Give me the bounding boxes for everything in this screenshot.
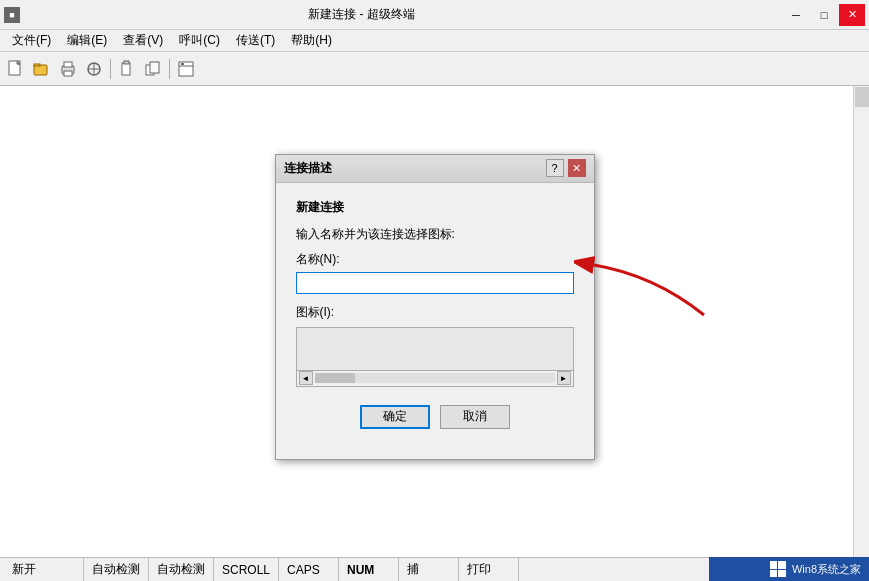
dialog-title: 连接描述 — [284, 160, 332, 177]
status-capture: 捕 — [399, 558, 459, 581]
scrollbar-thumb — [855, 87, 869, 107]
status-bar: 新开 自动检测 自动检测 SCROLL CAPS NUM 捕 打印 Win8系统… — [0, 557, 869, 581]
status-scroll: SCROLL — [214, 558, 279, 581]
name-input[interactable] — [296, 272, 574, 294]
status-print: 打印 — [459, 558, 519, 581]
icon-label: 图标(I): — [296, 304, 574, 321]
toolbar-settings[interactable] — [174, 57, 198, 81]
status-auto-detect-1: 自动检测 — [84, 558, 149, 581]
dialog-body: 新建连接 输入名称并为该连接选择图标: 名称(N): 图标(I): ◄ ► — [276, 183, 594, 459]
win8-logo — [770, 561, 786, 577]
toolbar-connect[interactable] — [82, 57, 106, 81]
dialog-footer: 确定 取消 — [296, 397, 574, 443]
svg-rect-14 — [150, 62, 159, 73]
main-scrollbar[interactable] — [853, 86, 869, 557]
menu-transfer[interactable]: 传送(T) — [228, 30, 283, 51]
icon-list-content — [297, 328, 573, 370]
maximize-button[interactable]: □ — [811, 4, 837, 26]
svg-rect-11 — [122, 63, 130, 75]
title-bar: ■ 新建连接 - 超级终端 ─ □ ✕ — [0, 0, 869, 30]
status-caps: CAPS — [279, 558, 339, 581]
svg-rect-12 — [124, 61, 129, 64]
dialog-close-button[interactable]: ✕ — [568, 159, 586, 177]
menu-call[interactable]: 呼叫(C) — [171, 30, 228, 51]
main-area: 连接描述 ? ✕ 新建连接 输入名称并为该连接选择图标: 名称(N): 图标(I… — [0, 86, 869, 557]
minimize-button[interactable]: ─ — [783, 4, 809, 26]
toolbar-new[interactable] — [4, 57, 28, 81]
icon-list: ◄ ► — [296, 327, 574, 387]
dialog-overlay: 连接描述 ? ✕ 新建连接 输入名称并为该连接选择图标: 名称(N): 图标(I… — [0, 86, 869, 557]
close-button[interactable]: ✕ — [839, 4, 865, 26]
svg-rect-17 — [181, 63, 184, 65]
scroll-thumb — [315, 373, 355, 383]
name-label: 名称(N): — [296, 251, 574, 268]
svg-rect-7 — [64, 71, 72, 76]
scroll-track — [315, 373, 555, 383]
toolbar-open[interactable] — [30, 57, 54, 81]
dialog-title-bar: 连接描述 ? ✕ — [276, 155, 594, 183]
window-title: 新建连接 - 超级终端 — [20, 6, 703, 23]
ok-button[interactable]: 确定 — [360, 405, 430, 429]
menu-view[interactable]: 查看(V) — [115, 30, 171, 51]
menu-edit[interactable]: 编辑(E) — [59, 30, 115, 51]
toolbar-print[interactable] — [56, 57, 80, 81]
win8-branding: Win8系统之家 — [709, 557, 869, 581]
svg-rect-6 — [64, 62, 72, 67]
menu-file[interactable]: 文件(F) — [4, 30, 59, 51]
menu-help[interactable]: 帮助(H) — [283, 30, 340, 51]
toolbar-copy[interactable] — [141, 57, 165, 81]
cancel-button[interactable]: 取消 — [440, 405, 510, 429]
status-auto-detect-2: 自动检测 — [149, 558, 214, 581]
dialog-title-buttons: ? ✕ — [546, 159, 586, 177]
title-bar-left: ■ — [4, 7, 20, 23]
scroll-right-arrow[interactable]: ► — [557, 371, 571, 385]
window-controls: ─ □ ✕ — [783, 4, 865, 26]
svg-rect-4 — [34, 64, 40, 66]
status-open: 新开 — [4, 558, 84, 581]
connection-dialog: 连接描述 ? ✕ 新建连接 输入名称并为该连接选择图标: 名称(N): 图标(I… — [275, 154, 595, 460]
arrow-annotation — [574, 235, 714, 328]
toolbar-separator-2 — [169, 59, 170, 79]
toolbar — [0, 52, 869, 86]
icon-list-scrollbar[interactable]: ◄ ► — [297, 370, 573, 386]
dialog-subtitle: 新建连接 — [296, 199, 574, 216]
dialog-help-button[interactable]: ? — [546, 159, 564, 177]
scroll-left-arrow[interactable]: ◄ — [299, 371, 313, 385]
toolbar-paste[interactable] — [115, 57, 139, 81]
toolbar-separator-1 — [110, 59, 111, 79]
win8-text: Win8系统之家 — [792, 562, 861, 577]
dialog-description: 输入名称并为该连接选择图标: — [296, 226, 574, 243]
app-icon: ■ — [4, 7, 20, 23]
menu-bar: 文件(F) 编辑(E) 查看(V) 呼叫(C) 传送(T) 帮助(H) — [0, 30, 869, 52]
status-num: NUM — [339, 558, 399, 581]
